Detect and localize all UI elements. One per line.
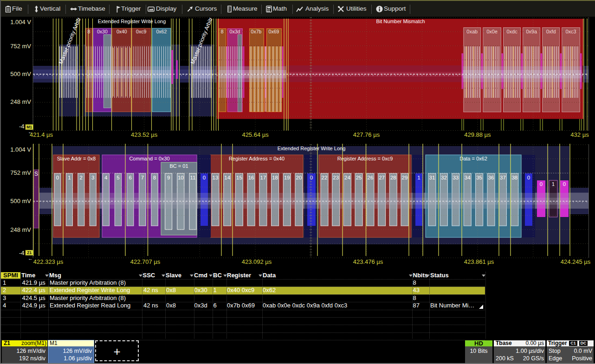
svg-text:752 mV: 752 mV — [10, 43, 31, 50]
svg-text:1.004 V: 1.004 V — [10, 146, 31, 153]
svg-text:5: 5 — [116, 175, 119, 180]
svg-text:37: 37 — [500, 175, 506, 180]
svg-text:13: 13 — [213, 175, 219, 180]
svg-text:423.476 µs: 423.476 µs — [353, 258, 383, 265]
svg-text:10: 10 — [178, 175, 184, 180]
svg-text:19: 19 — [284, 175, 290, 180]
svg-text:S: S — [34, 171, 38, 177]
svg-text:0x7b: 0x7b — [251, 29, 262, 34]
svg-text:425.64 µs: 425.64 µs — [242, 131, 269, 138]
svg-text:424.245 µs: 424.245 µs — [561, 258, 591, 265]
svg-text:14: 14 — [224, 175, 230, 180]
svg-text:35: 35 — [476, 175, 482, 180]
svg-text:34: 34 — [465, 175, 471, 180]
svg-text:0xc9: 0xc9 — [136, 29, 146, 34]
svg-text:Register Address = 0x40: Register Address = 0x40 — [229, 156, 285, 161]
svg-text:0xc3: 0xc3 — [565, 29, 576, 34]
svg-text:Extended Register Write Long: Extended Register Write Long — [98, 19, 166, 24]
svg-text:36: 36 — [488, 175, 494, 180]
svg-text:29: 29 — [402, 175, 408, 180]
svg-text:8: 8 — [88, 29, 91, 34]
svg-text:38: 38 — [511, 175, 517, 180]
svg-text:0x30: 0x30 — [97, 29, 108, 34]
svg-text:31: 31 — [429, 175, 435, 180]
svg-text:18: 18 — [272, 175, 278, 180]
svg-text:28: 28 — [390, 175, 396, 180]
svg-text:0: 0 — [527, 175, 530, 180]
svg-text:23: 23 — [333, 175, 339, 180]
svg-text:421.4 µs: 421.4 µs — [30, 131, 53, 138]
svg-text:Bit Number Mismatch: Bit Number Mismatch — [376, 19, 425, 24]
svg-text:0: 0 — [563, 181, 566, 187]
svg-text:15: 15 — [236, 175, 242, 180]
svg-text:1: 1 — [417, 175, 420, 180]
svg-text:432 µs: 432 µs — [570, 131, 589, 138]
svg-text:BC = 01: BC = 01 — [169, 163, 188, 169]
svg-text:0xab: 0xab — [466, 29, 478, 34]
svg-text:248 mV: 248 mV — [10, 226, 31, 233]
svg-text:1.004 V: 1.004 V — [10, 19, 31, 26]
svg-text:0: 0 — [310, 175, 313, 180]
svg-text:6: 6 — [129, 175, 131, 180]
svg-text:17: 17 — [260, 175, 266, 180]
svg-text:0x9a: 0x9a — [526, 29, 537, 34]
svg-text:9: 9 — [167, 175, 170, 180]
svg-text:22: 22 — [322, 175, 328, 180]
svg-text:422.323 µs: 422.323 µs — [33, 258, 64, 265]
svg-text:33: 33 — [453, 175, 459, 180]
svg-text:Extended Register Write Long: Extended Register Write Long — [278, 146, 346, 151]
svg-text:Data = 0x62: Data = 0x62 — [459, 156, 487, 161]
svg-text:0: 0 — [540, 181, 543, 187]
svg-text:1: 1 — [552, 181, 555, 187]
svg-text:422.707 µs: 422.707 µs — [130, 258, 161, 265]
svg-text:16: 16 — [248, 175, 254, 180]
svg-text:26: 26 — [368, 175, 374, 180]
svg-text:0xfd: 0xfd — [546, 29, 556, 34]
svg-text:248 mV: 248 mV — [10, 98, 31, 105]
svg-text:752 mV: 752 mV — [10, 169, 31, 176]
svg-text:8: 8 — [153, 175, 156, 180]
svg-text:0x62: 0x62 — [156, 29, 167, 34]
svg-text:24: 24 — [344, 175, 350, 180]
svg-text:4: 4 — [104, 175, 108, 180]
svg-text:2: 2 — [80, 175, 83, 180]
svg-text:0x0e: 0x0e — [486, 29, 498, 34]
svg-text:0x69: 0x69 — [269, 29, 279, 34]
svg-text:0x3d: 0x3d — [230, 29, 240, 34]
svg-text:500 mV: 500 mV — [10, 198, 31, 204]
svg-text:8: 8 — [221, 29, 224, 34]
svg-text:←: ← — [28, 255, 33, 261]
svg-text:Z1: Z1 — [27, 250, 32, 255]
svg-text:0: 0 — [203, 175, 206, 180]
svg-text:0xdc: 0xdc — [506, 29, 517, 34]
svg-text:Command = 0x30: Command = 0x30 — [129, 156, 169, 161]
svg-text:Register Address = 0xc9: Register Address = 0xc9 — [337, 156, 393, 161]
svg-text:423.861 µs: 423.861 µs — [464, 258, 494, 265]
svg-text:32: 32 — [441, 175, 447, 180]
svg-text:1: 1 — [68, 175, 71, 180]
svg-text:0x40: 0x40 — [116, 29, 127, 34]
svg-text:20: 20 — [296, 175, 302, 180]
svg-text:0: 0 — [56, 175, 59, 180]
svg-text:3: 3 — [91, 175, 94, 180]
svg-text:427.76 µs: 427.76 µs — [353, 131, 380, 138]
svg-text:27: 27 — [379, 175, 385, 180]
svg-text:423.52 µs: 423.52 µs — [131, 131, 158, 138]
svg-text:25: 25 — [356, 175, 362, 180]
svg-text:11: 11 — [190, 175, 196, 180]
svg-text:423.092 µs: 423.092 µs — [242, 258, 272, 265]
svg-text:429.88 µs: 429.88 µs — [464, 131, 491, 138]
svg-text:7: 7 — [141, 175, 144, 180]
svg-text:500 mV: 500 mV — [10, 70, 31, 77]
svg-text:Slave Addr = 0x8: Slave Addr = 0x8 — [57, 156, 96, 161]
